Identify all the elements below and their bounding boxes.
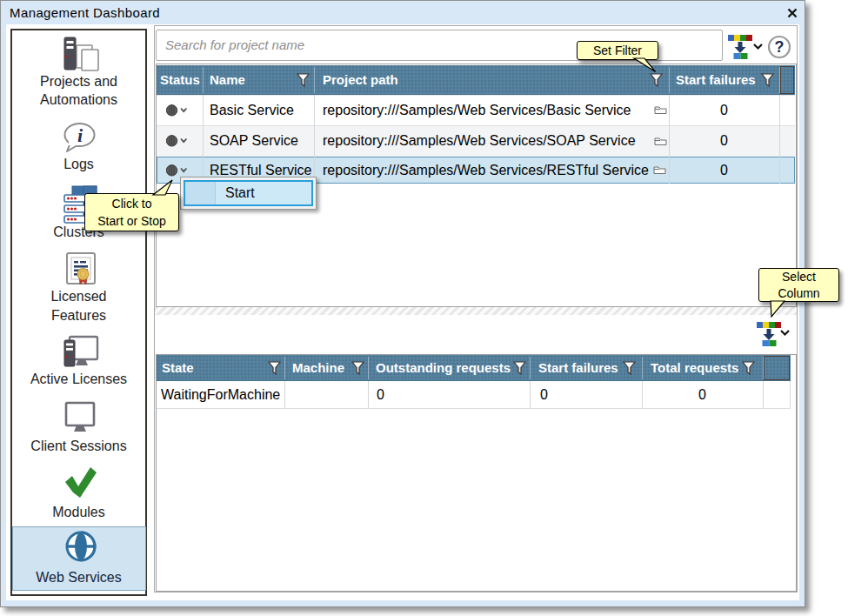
svg-text:?: ? (775, 38, 785, 56)
svg-text:i: i (77, 124, 83, 146)
